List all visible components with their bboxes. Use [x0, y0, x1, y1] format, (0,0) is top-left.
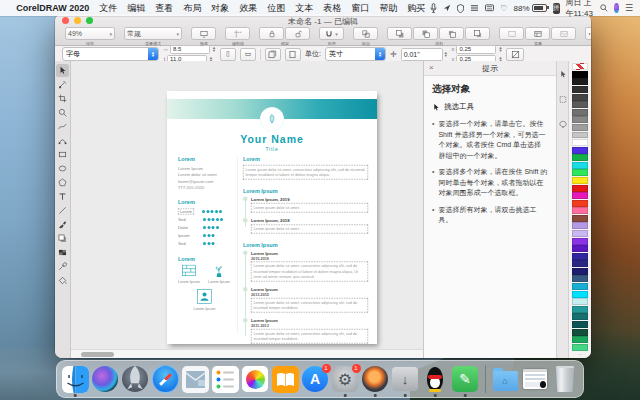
- shield-icon[interactable]: [457, 4, 464, 13]
- dock-mail-icon[interactable]: [182, 366, 209, 393]
- horizontal-scrollbar[interactable]: [71, 349, 423, 358]
- color-swatch[interactable]: [572, 200, 588, 207]
- timeline-entry[interactable]: Lorem Ipsum2013-2015Lorem ipsum dolor si…: [251, 287, 368, 313]
- current-page-button[interactable]: [285, 48, 301, 61]
- notification-center-icon[interactable]: ☰: [625, 3, 633, 13]
- color-swatch[interactable]: [572, 86, 588, 93]
- dock-downloads-folder-icon[interactable]: ⌂: [492, 366, 519, 393]
- options-dropdown[interactable]: ▾: [585, 27, 591, 40]
- menu-4[interactable]: 布局: [178, 2, 206, 15]
- color-swatch[interactable]: [572, 306, 588, 313]
- brush-tool[interactable]: [56, 218, 69, 231]
- polygon-tool[interactable]: [56, 176, 69, 189]
- menu-5[interactable]: 对象: [206, 2, 234, 15]
- duplicate-x-field[interactable]: 0.25: [456, 45, 496, 54]
- palette-overflow-button[interactable]: ⋯: [572, 351, 588, 357]
- menu-1[interactable]: 文件: [94, 2, 122, 15]
- dock-books-icon[interactable]: [272, 366, 299, 393]
- color-swatch[interactable]: [572, 94, 588, 101]
- color-swatch[interactable]: [572, 162, 588, 169]
- to-front-button[interactable]: [387, 27, 412, 40]
- color-swatch[interactable]: [572, 313, 588, 320]
- lock-object-button[interactable]: [259, 27, 284, 40]
- transparency-tool[interactable]: [56, 246, 69, 259]
- color-swatch[interactable]: [572, 321, 588, 328]
- color-swatch[interactable]: [572, 124, 588, 131]
- crop-tool[interactable]: [56, 92, 69, 105]
- bezier-tool[interactable]: [56, 134, 69, 147]
- color-swatch[interactable]: [572, 222, 588, 229]
- wireframe-view-button[interactable]: [499, 27, 524, 40]
- color-swatch[interactable]: [572, 275, 588, 282]
- color-swatch[interactable]: [572, 329, 588, 336]
- color-swatch[interactable]: [572, 147, 588, 154]
- no-color-swatch[interactable]: [572, 63, 588, 70]
- color-swatch[interactable]: [572, 139, 588, 146]
- microphone-icon[interactable]: [430, 3, 437, 13]
- siri-icon[interactable]: [614, 3, 619, 13]
- color-swatch[interactable]: [572, 101, 588, 108]
- color-swatch[interactable]: [572, 109, 588, 116]
- summary-text-frame[interactable]: Lorem ipsum dolor sit amet, consectetur …: [243, 165, 368, 180]
- menu-6[interactable]: 效果: [234, 2, 262, 15]
- all-pages-button[interactable]: [265, 48, 281, 61]
- color-swatch[interactable]: [572, 116, 588, 123]
- color-swatch[interactable]: [572, 253, 588, 260]
- color-swatch[interactable]: [572, 344, 588, 351]
- menu-11[interactable]: 帮助: [374, 2, 402, 15]
- location-icon[interactable]: [443, 4, 451, 12]
- color-swatch[interactable]: [572, 154, 588, 161]
- guidelines-button[interactable]: [225, 27, 250, 40]
- color-swatch[interactable]: [572, 336, 588, 343]
- snap-to-dropdown[interactable]: ▾: [319, 27, 344, 40]
- document-page[interactable]: Your Name Title Lorem Lorem IpsumLorem d…: [167, 91, 377, 344]
- dock-reminders-icon[interactable]: [212, 366, 239, 393]
- landscape-orientation-button[interactable]: ▭: [240, 48, 256, 61]
- eyedropper-tool[interactable]: [56, 260, 69, 273]
- color-swatch[interactable]: [572, 192, 588, 199]
- minimize-window-button[interactable]: [74, 17, 81, 24]
- menu-2[interactable]: 编辑: [122, 2, 150, 15]
- to-back-button[interactable]: [413, 27, 438, 40]
- menu-10[interactable]: 窗口: [346, 2, 374, 15]
- color-swatch[interactable]: [572, 71, 588, 78]
- dock-safari-icon[interactable]: [152, 366, 179, 393]
- group-objects-button[interactable]: [353, 27, 378, 40]
- timeline-entry[interactable]: Lorem Ipsum, 2019Lorem ipsum dolor sit a…: [251, 197, 368, 213]
- drawing-canvas[interactable]: Your Name Title Lorem Lorem IpsumLorem d…: [71, 61, 423, 358]
- portrait-orientation-button[interactable]: ▯: [220, 48, 236, 61]
- dock-trash-icon[interactable]: [552, 366, 579, 393]
- scrollbar-thumb[interactable]: [81, 352, 114, 357]
- zoom-tool[interactable]: [56, 106, 69, 119]
- menu-3[interactable]: 查看: [150, 2, 178, 15]
- color-swatch[interactable]: [572, 132, 588, 139]
- back-one-button[interactable]: [465, 27, 490, 40]
- color-swatch[interactable]: [572, 238, 588, 245]
- color-swatch[interactable]: [572, 245, 588, 252]
- forward-one-button[interactable]: [439, 27, 464, 40]
- dock-coreldraw-icon[interactable]: [362, 366, 389, 393]
- menu-9[interactable]: 表格: [318, 2, 346, 15]
- units-dropdown[interactable]: 英寸 ▲▼: [325, 47, 386, 61]
- dock-installer-icon[interactable]: ↓: [392, 366, 419, 393]
- nudge-offset-field[interactable]: 0.01": [401, 48, 443, 61]
- page-size-preset-dropdown[interactable]: 字母 ▲▼: [62, 47, 159, 61]
- treat-as-filled-button[interactable]: [506, 48, 524, 61]
- dock-photos-icon[interactable]: [242, 366, 269, 393]
- zoom-level-dropdown[interactable]: 49%▾: [65, 27, 115, 40]
- color-swatch[interactable]: [572, 78, 588, 85]
- menu-7[interactable]: 位图: [262, 2, 290, 15]
- heart-icon[interactable]: ♡: [500, 4, 507, 13]
- dock-system-preferences-icon[interactable]: ⚙1: [332, 366, 359, 393]
- close-window-button[interactable]: [62, 17, 69, 24]
- input-method-icon[interactable]: 拼: [553, 3, 560, 14]
- color-swatch[interactable]: [572, 207, 588, 214]
- shape-tool[interactable]: [56, 78, 69, 91]
- color-swatch[interactable]: [572, 169, 588, 176]
- menu-12[interactable]: 购买: [402, 2, 430, 15]
- dock-minimized-window-icon[interactable]: [522, 366, 549, 393]
- freehand-tool[interactable]: [56, 120, 69, 133]
- normal-view-button[interactable]: [525, 27, 550, 40]
- balloon-tab-icon[interactable]: [559, 115, 567, 133]
- color-swatch[interactable]: [572, 230, 588, 237]
